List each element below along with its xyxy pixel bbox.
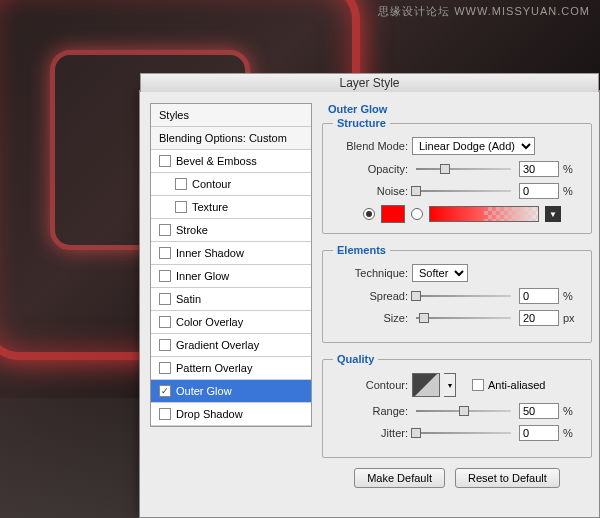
checkbox-color-overlay[interactable] — [159, 316, 171, 328]
blend-mode-label: Blend Mode: — [333, 140, 408, 152]
sidebar-item-label: Inner Shadow — [176, 247, 244, 259]
jitter-input[interactable] — [519, 425, 559, 441]
elements-fieldset: Elements Technique: Softer Spread: % Siz… — [322, 244, 592, 343]
section-title-outer-glow: Outer Glow — [322, 103, 592, 115]
blend-mode-select[interactable]: Linear Dodge (Add) — [412, 137, 535, 155]
contour-dropdown-icon[interactable]: ▾ — [444, 373, 456, 397]
sidebar-item-label: Gradient Overlay — [176, 339, 259, 351]
range-slider[interactable] — [416, 404, 511, 418]
noise-input[interactable] — [519, 183, 559, 199]
dialog-title: Layer Style — [140, 73, 599, 92]
opacity-label: Opacity: — [333, 163, 408, 175]
checkbox-outer-glow[interactable] — [159, 385, 171, 397]
sidebar-item-bevel-emboss[interactable]: Bevel & Emboss — [151, 150, 311, 173]
sidebar-item-label: Color Overlay — [176, 316, 243, 328]
sidebar-styles-header[interactable]: Styles — [151, 104, 311, 127]
checkbox-gradient-overlay[interactable] — [159, 339, 171, 351]
sidebar-item-gradient-overlay[interactable]: Gradient Overlay — [151, 334, 311, 357]
checkbox-texture[interactable] — [175, 201, 187, 213]
quality-legend: Quality — [333, 353, 378, 365]
sidebar-item-label: Stroke — [176, 224, 208, 236]
sidebar-item-color-overlay[interactable]: Color Overlay — [151, 311, 311, 334]
sidebar-item-label: Pattern Overlay — [176, 362, 252, 374]
sidebar-item-inner-shadow[interactable]: Inner Shadow — [151, 242, 311, 265]
sidebar-item-stroke[interactable]: Stroke — [151, 219, 311, 242]
jitter-label: Jitter: — [333, 427, 408, 439]
size-slider[interactable] — [416, 311, 511, 325]
gradient-dropdown-icon[interactable]: ▼ — [545, 206, 561, 222]
sidebar-item-texture[interactable]: Texture — [151, 196, 311, 219]
jitter-slider[interactable] — [416, 426, 511, 440]
checkbox-stroke[interactable] — [159, 224, 171, 236]
checkbox-drop-shadow[interactable] — [159, 408, 171, 420]
checkbox-inner-glow[interactable] — [159, 270, 171, 282]
checkbox-contour[interactable] — [175, 178, 187, 190]
contour-picker[interactable] — [412, 373, 440, 397]
sidebar-item-pattern-overlay[interactable]: Pattern Overlay — [151, 357, 311, 380]
range-label: Range: — [333, 405, 408, 417]
size-label: Size: — [333, 312, 408, 324]
noise-slider[interactable] — [416, 184, 511, 198]
checkbox-pattern-overlay[interactable] — [159, 362, 171, 374]
color-radio[interactable] — [363, 208, 375, 220]
sidebar-item-inner-glow[interactable]: Inner Glow — [151, 265, 311, 288]
checkbox-inner-shadow[interactable] — [159, 247, 171, 259]
sidebar-item-drop-shadow[interactable]: Drop Shadow — [151, 403, 311, 426]
outer-glow-panel: Outer Glow Structure Blend Mode: Linear … — [322, 103, 592, 488]
jitter-unit: % — [563, 427, 581, 439]
sidebar-item-label: Inner Glow — [176, 270, 229, 282]
sidebar-item-label: Drop Shadow — [176, 408, 243, 420]
spread-input[interactable] — [519, 288, 559, 304]
sidebar-item-label: Contour — [192, 178, 231, 190]
sidebar-item-satin[interactable]: Satin — [151, 288, 311, 311]
opacity-unit: % — [563, 163, 581, 175]
spread-unit: % — [563, 290, 581, 302]
noise-unit: % — [563, 185, 581, 197]
structure-legend: Structure — [333, 117, 390, 129]
structure-fieldset: Structure Blend Mode: Linear Dodge (Add)… — [322, 117, 592, 234]
make-default-button[interactable]: Make Default — [354, 468, 445, 488]
color-swatch[interactable] — [381, 205, 405, 223]
quality-fieldset: Quality Contour: ▾ Anti-aliased Range: %… — [322, 353, 592, 458]
range-input[interactable] — [519, 403, 559, 419]
anti-aliased-label: Anti-aliased — [488, 379, 545, 391]
range-unit: % — [563, 405, 581, 417]
size-unit: px — [563, 312, 581, 324]
styles-sidebar: Styles Blending Options: Custom Bevel & … — [150, 103, 312, 427]
opacity-input[interactable] — [519, 161, 559, 177]
sidebar-item-label: Outer Glow — [176, 385, 232, 397]
technique-select[interactable]: Softer — [412, 264, 468, 282]
noise-label: Noise: — [333, 185, 408, 197]
contour-label: Contour: — [333, 379, 408, 391]
sidebar-blending-options[interactable]: Blending Options: Custom — [151, 127, 311, 150]
sidebar-item-contour[interactable]: Contour — [151, 173, 311, 196]
sidebar-item-label: Satin — [176, 293, 201, 305]
opacity-slider[interactable] — [416, 162, 511, 176]
layer-style-dialog: Layer Style Styles Blending Options: Cus… — [139, 90, 600, 518]
spread-label: Spread: — [333, 290, 408, 302]
gradient-radio[interactable] — [411, 208, 423, 220]
spread-slider[interactable] — [416, 289, 511, 303]
checkbox-satin[interactable] — [159, 293, 171, 305]
anti-aliased-checkbox[interactable] — [472, 379, 484, 391]
watermark-top: 思缘设计论坛 WWW.MISSYUAN.COM — [378, 4, 590, 19]
sidebar-item-outer-glow[interactable]: Outer Glow — [151, 380, 311, 403]
elements-legend: Elements — [333, 244, 390, 256]
sidebar-item-label: Texture — [192, 201, 228, 213]
sidebar-item-label: Bevel & Emboss — [176, 155, 257, 167]
reset-default-button[interactable]: Reset to Default — [455, 468, 560, 488]
technique-label: Technique: — [333, 267, 408, 279]
gradient-preview[interactable] — [429, 206, 539, 222]
size-input[interactable] — [519, 310, 559, 326]
checkbox-bevel-emboss[interactable] — [159, 155, 171, 167]
